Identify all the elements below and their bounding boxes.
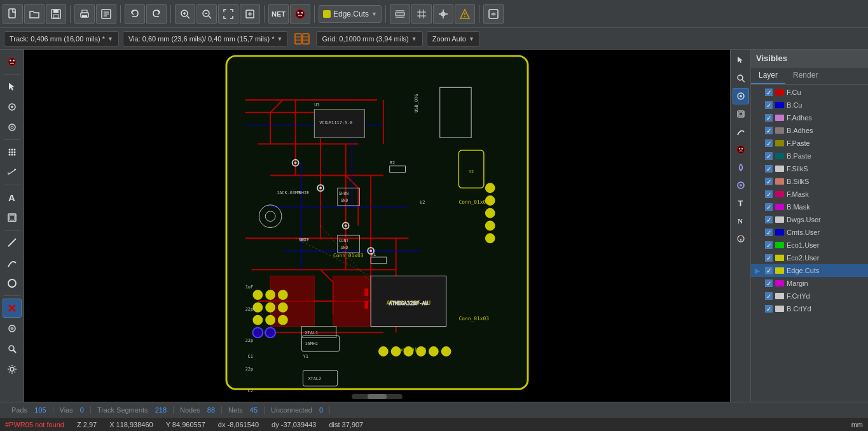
layer-checkbox-B.Paste[interactable]: ✓ [765,152,773,160]
layer-item-dwgs-user[interactable]: ✓Dwgs.User [751,213,868,226]
route-tool[interactable] [3,97,22,117]
compass-ri-button[interactable] [733,230,749,247]
zone-tool[interactable] [3,208,22,227]
layer-checkbox-B.SilkS[interactable]: ✓ [765,178,773,185]
open-folder-button[interactable] [24,4,45,24]
track-selector[interactable]: Track: 0,406 mm (16,00 mils) * ▼ [4,31,119,46]
text-ri-button[interactable]: T [733,195,749,211]
grid-button[interactable] [411,4,432,24]
separator-4 [264,5,265,23]
select-tool[interactable] [3,77,22,96]
main-toolbar: NET Edge.Cuts ▼ [0,0,868,28]
layer-checkbox-Eco2.User[interactable]: ✓ [765,254,773,262]
layer-item-margin[interactable]: ✓Margin [751,277,868,290]
layer-selector[interactable]: Edge.Cuts ▼ [319,5,382,23]
layer-item-f-mask[interactable]: ✓F.Mask [751,188,868,201]
layer-item-b-cu[interactable]: ✓B.Cu [751,99,868,111]
search-ri-button[interactable] [733,159,749,176]
zoom-area-button[interactable] [240,4,260,24]
cross-button[interactable] [433,4,453,24]
layer-item-f-cu[interactable]: ✓F.Cu [751,86,868,99]
text-tool[interactable]: A [3,188,22,207]
layer-item-eco1-user[interactable]: ✓Eco1.User [751,239,868,251]
svg-point-54 [8,152,10,153]
drc-ri-button[interactable] [733,141,749,158]
layer-checkbox-B.Mask[interactable]: ✓ [765,203,773,211]
grid-dropdown-arrow: ▼ [411,36,417,42]
layer-checkbox-B.CrtYd[interactable]: ✓ [765,305,773,313]
zoom-fit-button[interactable] [218,4,238,24]
layer-item-f-paste[interactable]: ✓F.Paste [751,137,868,150]
warning-button[interactable] [455,4,475,24]
pcb-canvas[interactable]: ATMEGA32BF-AU ATMEGA32BF-AU LM1117-5.0 U… [24,50,730,402]
line-ri-button[interactable] [733,124,749,140]
layer-checkbox-B.Cu[interactable]: ✓ [765,101,773,109]
inspect-ri-button[interactable] [733,70,749,87]
layer-item-f-silks[interactable]: ✓F.SilkS [751,162,868,175]
layer-checkbox-Dwgs.User[interactable]: ✓ [765,216,773,223]
zoom-out-button[interactable] [196,4,217,24]
tab-render[interactable]: Render [785,67,825,84]
save-button[interactable] [46,4,66,24]
dots-tool[interactable] [3,143,22,162]
horizontal-scrollbar[interactable] [352,394,403,399]
layer-checkbox-F.Mask[interactable]: ✓ [765,190,773,198]
layer-checkbox-F.Paste[interactable]: ✓ [765,139,773,147]
line-tool[interactable] [3,233,22,252]
svg-point-70 [10,327,13,330]
settings-tool[interactable] [3,360,22,379]
layer-item-f-crtyd[interactable]: ✓F.CrtYd [751,290,868,302]
circle-tool[interactable] [3,274,22,293]
layer-checkbox-Margin[interactable]: ✓ [765,279,773,287]
diff-pair-tool[interactable] [3,118,22,137]
print-button[interactable] [74,4,95,24]
pads-ri-button[interactable] [733,106,749,122]
highlight-tool[interactable] [3,319,22,338]
layer-item-f-adhes[interactable]: ✓F.Adhes [751,111,868,124]
layer-checkbox-Eco1.User[interactable]: ✓ [765,241,773,249]
layer-checkbox-F.Adhes[interactable]: ✓ [765,114,773,122]
zoom-in-button[interactable] [175,4,195,24]
layer-checkbox-Cmts.User[interactable]: ✓ [765,229,773,236]
layer-item-b-crtyd[interactable]: ✓B.CrtYd [751,302,868,315]
layer-item-eco2-user[interactable]: ✓Eco2.User [751,251,868,264]
layer-item-b-mask[interactable]: ✓B.Mask [751,201,868,213]
inspect-3d-button[interactable] [483,4,504,24]
svg-point-197 [738,148,740,149]
layer-checkbox-F.CrtYd[interactable]: ✓ [765,292,773,300]
redo-button[interactable] [146,4,167,24]
north-ri-button[interactable]: N [733,213,749,229]
via-selector[interactable]: Via: 0,60 mm (23,6 mils)/ 0,40 mm (15,7 … [123,31,289,46]
netlist-button[interactable]: NET [268,4,289,24]
highlight-ri-button[interactable] [733,177,749,194]
svg-point-109 [486,222,495,230]
tab-layer[interactable]: Layer [751,67,785,84]
undo-button[interactable] [125,4,145,24]
zoom-selector[interactable]: Zoom Auto ▼ [427,31,480,46]
drc-button[interactable] [290,4,310,24]
layer-item-cmts-user[interactable]: ✓Cmts.User [751,226,868,239]
net-inspector-button[interactable] [292,31,312,47]
measure-tool[interactable] [3,163,22,182]
layer-checkbox-F.SilkS[interactable]: ✓ [765,165,773,173]
error-message: #PWR05 not found [5,421,64,428]
grid-selector[interactable]: Grid: 0,1000 mm (3,94 mils) ▼ [316,31,422,46]
pcb-setup-button[interactable] [96,4,116,24]
layer-checkbox-F.Cu[interactable]: ✓ [765,88,773,96]
spread-button[interactable] [390,4,410,24]
arc-tool[interactable] [3,253,22,272]
layer-item-b-paste[interactable]: ✓B.Paste [751,150,868,162]
bug-tool[interactable] [3,52,22,71]
layer-item-b-silks[interactable]: ✓B.SilkS [751,175,868,188]
layer-checkbox-B.Adhes[interactable]: ✓ [765,127,773,134]
route-ri-button[interactable] [733,88,749,104]
inspect-tool[interactable] [3,339,22,358]
select-ri-button[interactable] [733,52,749,69]
new-button[interactable] [3,4,23,24]
layer-item-b-adhes[interactable]: ✓B.Adhes [751,124,868,137]
layer-checkbox-Edge.Cuts[interactable]: ✓ [765,267,773,274]
svg-point-200 [740,184,742,187]
layer-item-edge-cuts[interactable]: ▶✓Edge.Cuts [751,264,868,277]
drc-check-tool[interactable] [3,299,22,318]
svg-point-123 [253,316,262,325]
